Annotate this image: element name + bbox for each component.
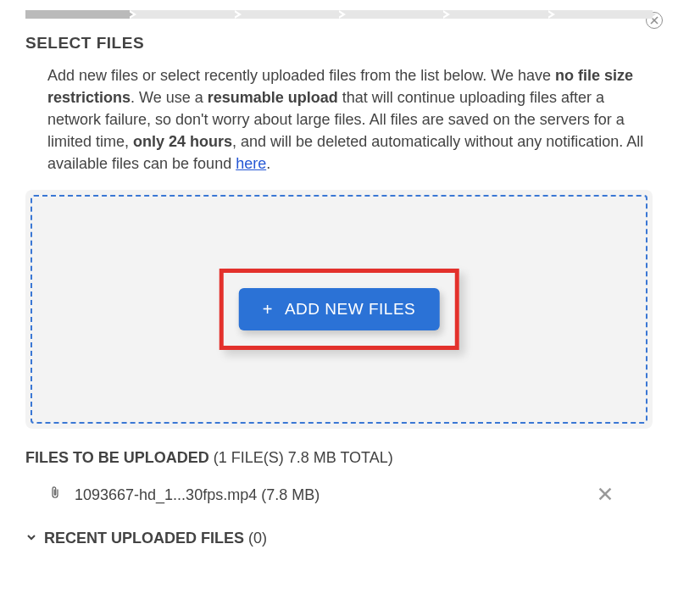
desc-bold2: resumable upload	[208, 89, 338, 106]
desc-text2: . We use a	[131, 89, 208, 106]
progress-step	[130, 10, 234, 19]
desc-bold3: only 24 hours	[133, 133, 232, 150]
files-size-text: 7.8 MB TOTAL	[284, 449, 388, 466]
files-to-upload-heading: FILES TO BE UPLOADED (1 FILE(S) 7.8 MB T…	[25, 449, 653, 467]
progress-step	[235, 10, 339, 19]
upload-description: Add new files or select recently uploade…	[47, 64, 653, 175]
add-button-label: ADD NEW FILES	[285, 300, 415, 319]
progress-step	[25, 10, 130, 19]
remove-file-button[interactable]	[592, 482, 619, 508]
progress-stepper	[25, 10, 653, 19]
file-row: 1093667-hd_1...30fps.mp4 (7.8 MB)	[25, 479, 653, 511]
file-dropzone[interactable]: + ADD NEW FILES	[31, 195, 647, 424]
recent-files-toggle[interactable]: RECENT UPLOADED FILES (0)	[25, 530, 653, 547]
files-summary-close: )	[388, 449, 393, 466]
plus-icon: +	[263, 301, 273, 318]
files-here-link[interactable]: here	[236, 155, 266, 172]
files-count-text: 1 FILE(S)	[219, 449, 284, 466]
file-name: 1093667-hd_1...30fps.mp4 (7.8 MB)	[75, 486, 580, 504]
files-summary-open: (	[209, 449, 219, 466]
recent-count: 0	[253, 530, 262, 547]
desc-text5: .	[266, 155, 270, 172]
recent-label: RECENT UPLOADED FILES	[44, 530, 244, 547]
progress-step	[339, 10, 443, 19]
file-list: 1093667-hd_1...30fps.mp4 (7.8 MB)	[25, 479, 653, 511]
dropzone-container: + ADD NEW FILES	[25, 190, 653, 429]
progress-step	[548, 10, 653, 19]
attachment-icon	[47, 484, 63, 506]
files-to-upload-label: FILES TO BE UPLOADED	[25, 449, 209, 466]
recent-count-open: (	[244, 530, 253, 547]
chevron-down-icon	[25, 530, 37, 547]
recent-count-close: )	[262, 530, 267, 547]
progress-step	[443, 10, 547, 19]
highlight-annotation: + ADD NEW FILES	[220, 269, 459, 350]
desc-text: Add new files or select recently uploade…	[47, 67, 555, 84]
add-new-files-button[interactable]: + ADD NEW FILES	[239, 288, 440, 330]
section-title: SELECT FILES	[25, 34, 653, 53]
